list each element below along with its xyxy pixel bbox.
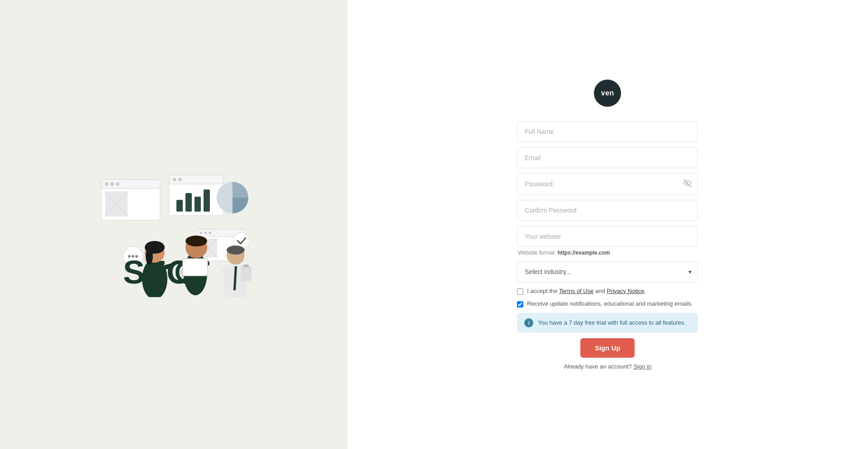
website-input[interactable] [517, 226, 698, 247]
app-logo: ven [594, 80, 621, 107]
svg-point-11 [178, 178, 182, 181]
svg-point-59 [227, 246, 245, 255]
signup-form: Website format: https://example.com Sele… [517, 121, 698, 370]
svg-rect-62 [241, 266, 251, 281]
marketing-label: Receive update notifications, educationa… [527, 300, 692, 307]
svg-point-4 [116, 182, 119, 186]
sign-up-button[interactable]: Sign Up [580, 338, 635, 358]
terms-link[interactable]: Terms of Use [559, 288, 594, 294]
signin-link[interactable]: Sign in [633, 363, 651, 370]
email-input[interactable] [517, 147, 698, 168]
website-wrapper [517, 226, 698, 247]
password-input[interactable] [517, 174, 698, 194]
privacy-link[interactable]: Privacy Notice [607, 288, 644, 294]
confirm-password-wrapper [517, 200, 698, 221]
terms-checkbox-row: I accept the Terms of Use and Privacy No… [517, 288, 698, 295]
svg-rect-13 [185, 193, 192, 212]
info-icon: i [524, 318, 533, 327]
svg-rect-55 [183, 259, 208, 276]
marketing-checkbox[interactable] [517, 301, 523, 307]
signin-text: Already have an account? Sign in [517, 363, 698, 370]
info-banner: i You have a 7 day free trial with full … [517, 313, 698, 333]
svg-rect-12 [176, 200, 183, 212]
terms-checkbox[interactable] [517, 288, 523, 295]
svg-rect-15 [204, 189, 210, 212]
form-container: ven [517, 61, 698, 388]
password-wrapper [517, 174, 698, 194]
svg-point-48 [146, 248, 153, 265]
industry-select-wrapper: Select industry... Technology Healthcare… [517, 261, 698, 282]
right-panel: ven [347, 0, 868, 449]
industry-select[interactable]: Select industry... Technology Healthcare… [517, 261, 698, 282]
logo-text: ven [601, 89, 614, 97]
svg-point-52 [185, 236, 207, 246]
terms-label: I accept the Terms of Use and Privacy No… [527, 288, 646, 294]
svg-rect-60 [222, 269, 230, 274]
svg-rect-63 [243, 265, 249, 267]
svg-rect-14 [194, 197, 201, 212]
svg-point-19 [199, 232, 202, 234]
left-panel: SEO [0, 0, 347, 449]
toggle-password-icon[interactable] [683, 179, 692, 189]
marketing-checkbox-row: Receive update notifications, educationa… [517, 300, 698, 307]
svg-point-2 [105, 182, 109, 186]
info-banner-text: You have a 7 day free trial with full ac… [538, 319, 686, 326]
seo-illustration: SEO [0, 0, 347, 449]
svg-rect-1 [101, 180, 160, 189]
svg-point-20 [204, 232, 207, 234]
svg-rect-9 [169, 175, 223, 184]
full-name-input[interactable] [517, 121, 698, 142]
svg-point-10 [173, 178, 176, 181]
full-name-wrapper [517, 121, 698, 142]
confirm-password-input[interactable] [517, 200, 698, 221]
svg-point-21 [209, 232, 211, 234]
email-wrapper [517, 147, 698, 168]
svg-point-3 [110, 182, 114, 186]
website-hint: Website format: https://example.com [517, 250, 698, 256]
